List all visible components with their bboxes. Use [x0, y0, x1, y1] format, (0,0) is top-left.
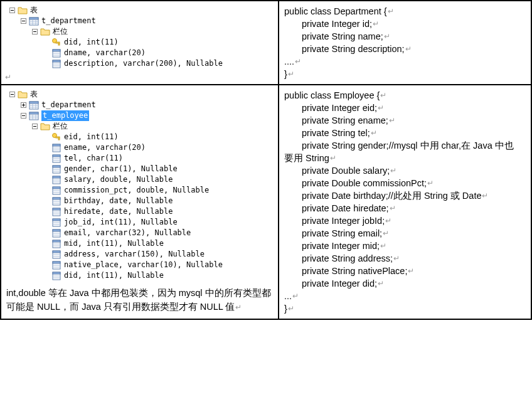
column-label: eid, int(11): [64, 132, 119, 142]
tree-label: 栏位: [53, 121, 68, 132]
code-text: private String name;: [302, 30, 383, 43]
collapse-icon[interactable]: [6, 89, 18, 100]
column-label: dname, varchar(20): [64, 48, 146, 58]
expand-icon[interactable]: [18, 100, 29, 110]
tree-label: 表: [30, 89, 38, 100]
return-icon: ↵: [390, 164, 396, 177]
tree-columns-folder[interactable]: 栏位: [6, 121, 273, 132]
table-icon: [29, 100, 39, 110]
collapse-icon[interactable]: [18, 16, 29, 26]
key-icon: [51, 38, 61, 48]
tree-label-selected: t_employee: [41, 110, 89, 121]
collapse-icon[interactable]: [18, 110, 29, 121]
collapse-icon[interactable]: [29, 26, 40, 37]
cell-bottom-right-code: public class Employee {↵ private Integer…: [279, 85, 531, 319]
code-text: }: [284, 302, 287, 315]
tree-label: t_department: [41, 100, 96, 110]
column-label: salary, double, Nullable: [64, 174, 173, 185]
code-text: public class Department {: [284, 5, 387, 18]
return-icon: ↵: [371, 127, 377, 139]
return-icon: ↵: [390, 202, 396, 214]
column-label: hiredate, date, Nullable: [64, 206, 173, 217]
collapse-icon[interactable]: [6, 5, 18, 16]
column-label: job_id, int(11), Nullable: [64, 217, 178, 228]
tree-columns-folder[interactable]: 栏位: [6, 26, 273, 37]
return-icon: ↵: [292, 290, 299, 302]
tree-column[interactable]: commission_pct, double, Nullable: [6, 185, 273, 196]
tree-root-tables[interactable]: 表: [6, 5, 273, 16]
tree-column[interactable]: mid, int(11), Nullable: [6, 238, 273, 249]
column-icon: [51, 48, 61, 58]
tree-table-department[interactable]: t_department: [6, 100, 273, 110]
cell-top-left-tree: 表 t_department 栏位 did, int(11): [1, 1, 279, 85]
tree-column[interactable]: did, int(11), Nullable: [6, 270, 273, 281]
code-text: 要用 String: [284, 152, 329, 164]
return-icon: ↵: [408, 265, 414, 277]
code-text: private Double salary;: [302, 164, 390, 177]
code-text: private String description;: [302, 43, 405, 55]
tree-table-department[interactable]: t_department: [6, 16, 273, 26]
code-text: private Date birthday;//此处用 String 或 Dat…: [302, 189, 481, 202]
tree-table-employee[interactable]: t_employee: [6, 110, 273, 121]
code-text: public class Employee {: [284, 89, 380, 102]
code-text: private String gender;//mysql 中用 char,在 …: [302, 139, 514, 152]
return-icon: ↵: [380, 240, 386, 252]
tree-label: 栏位: [53, 26, 68, 37]
code-text: private Date hiredate;: [302, 202, 389, 214]
folder-icon: [18, 90, 28, 100]
column-icon: [51, 154, 61, 164]
code-text: private Integer id;: [302, 18, 372, 30]
tree-column[interactable]: address, varchar(150), Nullable: [6, 249, 273, 260]
column-icon: [51, 239, 61, 249]
code-text: private String tel;: [302, 127, 370, 139]
table-icon: [29, 111, 39, 121]
code-text: private Integer mid;: [302, 240, 380, 252]
tree-column[interactable]: native_place, varchar(10), Nullable: [6, 260, 273, 270]
code-text: private Integer did;: [302, 277, 377, 290]
return-icon: ↵: [288, 68, 294, 80]
tree-column[interactable]: did, int(11): [6, 37, 273, 48]
tree-column[interactable]: birthday, date, Nullable: [6, 196, 273, 206]
tree-column[interactable]: job_id, int(11), Nullable: [6, 217, 273, 228]
tree-column[interactable]: tel, char(11): [6, 153, 273, 164]
return-icon: ↵: [373, 18, 379, 30]
tree-column[interactable]: gender, char(1), Nullable: [6, 164, 273, 174]
column-icon: [51, 260, 61, 270]
column-label: address, varchar(150), Nullable: [64, 249, 205, 260]
collapse-icon[interactable]: [29, 121, 40, 132]
cell-bottom-left-tree: 表 t_department t_employee 栏位 eid, int(11: [1, 85, 279, 319]
tree-column[interactable]: dname, varchar(20): [6, 48, 273, 58]
column-icon: [51, 207, 61, 217]
tree-column[interactable]: email, varchar(32), Nullable: [6, 228, 273, 238]
key-icon: [51, 132, 61, 142]
return-icon: ↵: [405, 43, 412, 55]
return-icon: ↵: [388, 5, 394, 18]
tree-root-tables[interactable]: 表: [6, 89, 273, 100]
return-icon: ↵: [389, 114, 395, 127]
tree-column[interactable]: eid, int(11): [6, 132, 273, 142]
column-label: ename, varchar(20): [64, 142, 146, 153]
column-label: mid, int(11), Nullable: [64, 238, 164, 249]
column-icon: [51, 218, 61, 228]
column-icon: [51, 250, 61, 260]
tree-column[interactable]: ename, varchar(20): [6, 142, 273, 153]
tree-label: 表: [30, 5, 38, 16]
return-icon: ↵: [384, 30, 390, 43]
tree-column[interactable]: salary, double, Nullable: [6, 174, 273, 185]
return-icon: ↵: [378, 277, 384, 290]
return-icon: ↵: [330, 152, 336, 164]
code-text: private String ename;: [302, 114, 388, 127]
return-icon: ↵: [378, 102, 384, 114]
column-label: tel, char(11): [64, 153, 123, 164]
column-icon: [51, 196, 61, 206]
cell-top-right-code: public class Department {↵ private Integ…: [279, 1, 531, 85]
table-icon: [29, 16, 39, 26]
folder-icon: [40, 27, 50, 37]
return-icon: ↵: [295, 55, 301, 68]
tree-column[interactable]: hiredate, date, Nullable: [6, 206, 273, 217]
return-icon: ↵: [5, 73, 11, 82]
tree-label: t_department: [41, 16, 96, 26]
code-text: private Double commissionPct;: [302, 177, 427, 189]
return-icon: ↵: [427, 177, 434, 189]
tree-column[interactable]: description, varchar(200), Nullable: [6, 58, 273, 69]
